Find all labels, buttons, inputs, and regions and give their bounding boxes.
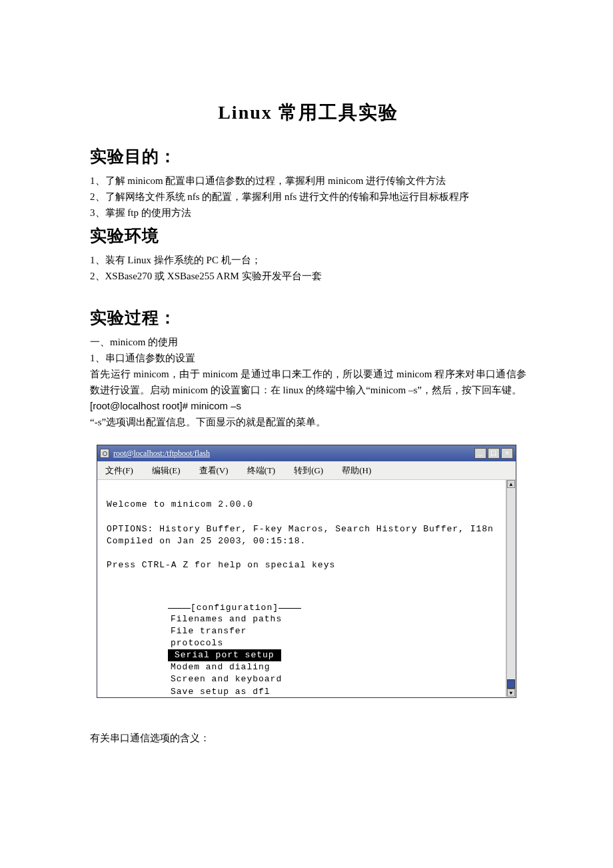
- config-item-save-dfl[interactable]: Save setup as dfl: [168, 686, 301, 697]
- scroll-down-icon[interactable]: ▼: [507, 689, 515, 697]
- env-item-1: 1、装有 Linux 操作系统的 PC 机一台；: [90, 252, 526, 268]
- goal-item-2: 2、了解网络文件系统 nfs 的配置，掌握利用 nfs 进行文件的传输和异地运行…: [90, 189, 526, 205]
- scroll-up-icon[interactable]: ▲: [507, 480, 515, 488]
- terminal-area[interactable]: Welcome to minicom 2.00.0 OPTIONS: Histo…: [97, 480, 506, 697]
- config-item-screen[interactable]: Screen and keyboard: [168, 673, 301, 685]
- config-item-serial[interactable]: Serial port setup: [168, 649, 281, 661]
- menu-terminal[interactable]: 终端(T): [247, 465, 276, 477]
- doc-title: Linux 常用工具实验: [90, 100, 526, 125]
- section-goal-heading: 实验目的：: [90, 145, 526, 167]
- subsection-1: 1、串口通信参数的设置: [90, 350, 526, 366]
- config-item-modem[interactable]: Modem and dialing: [168, 661, 301, 673]
- hint-line: Press CTRL-A Z for help on special keys: [107, 560, 335, 570]
- config-item-transfer[interactable]: File transfer protocols: [168, 625, 301, 649]
- config-header: [configuration]: [168, 603, 301, 613]
- menu-file[interactable]: 文件(F): [105, 465, 133, 477]
- section-process-heading: 实验过程：: [90, 307, 526, 329]
- config-menu: [configuration] Filenames and paths File…: [168, 603, 301, 697]
- maximize-button[interactable]: 口: [488, 448, 500, 459]
- window-titlebar[interactable]: root@localhost:/tftpboot/flash _ 口 ×: [97, 445, 516, 461]
- menu-go[interactable]: 转到(G): [294, 465, 323, 477]
- paragraph-2: “-s”选项调出配置信息。下面显示的就是配置的菜单。: [90, 414, 526, 430]
- system-menu-icon[interactable]: [100, 449, 109, 458]
- goal-item-3: 3、掌握 ftp 的使用方法: [90, 205, 526, 221]
- bottom-paragraph: 有关串口通信选项的含义：: [90, 730, 526, 746]
- scrollbar-thumb[interactable]: [507, 679, 515, 689]
- minimize-button[interactable]: _: [474, 448, 486, 459]
- menu-bar: 文件(F) 编辑(E) 查看(V) 终端(T) 转到(G) 帮助(H): [97, 461, 516, 480]
- section-env-heading: 实验环境: [90, 225, 526, 247]
- menu-edit[interactable]: 编辑(E): [152, 465, 181, 477]
- goal-item-1: 1、了解 minicom 配置串口通信参数的过程，掌握利用 minicom 进行…: [90, 173, 526, 189]
- scrollbar[interactable]: ▲ ▼: [506, 480, 516, 697]
- compiled-line: Compiled on Jan 25 2003, 00:15:18.: [107, 536, 306, 546]
- config-item-filenames[interactable]: Filenames and paths: [168, 613, 301, 625]
- terminal-output: Welcome to minicom 2.00.0 OPTIONS: Histo…: [97, 480, 506, 591]
- paragraph-1: 首先运行 minicom，由于 minicom 是通过串口来工作的，所以要通过 …: [90, 366, 526, 398]
- env-item-2: 2、XSBase270 或 XSBase255 ARM 实验开发平台一套: [90, 268, 526, 284]
- window-title: root@localhost:/tftpboot/flash: [113, 449, 473, 459]
- options-line: OPTIONS: History Buffer, F-key Macros, S…: [107, 524, 494, 534]
- document-page: Linux 常用工具实验 实验目的： 1、了解 minicom 配置串口通信参数…: [0, 0, 613, 868]
- config-title: [configuration]: [168, 603, 301, 613]
- command-line: [root@localhost root]# minicom –s: [90, 398, 526, 414]
- menu-view[interactable]: 查看(V): [199, 465, 229, 477]
- welcome-line: Welcome to minicom 2.00.0: [107, 499, 253, 509]
- terminal-screenshot: root@localhost:/tftpboot/flash _ 口 × 文件(…: [97, 445, 516, 698]
- subsection-a: 一、minicom 的使用: [90, 334, 526, 350]
- menu-help[interactable]: 帮助(H): [342, 465, 371, 477]
- close-button[interactable]: ×: [501, 448, 513, 459]
